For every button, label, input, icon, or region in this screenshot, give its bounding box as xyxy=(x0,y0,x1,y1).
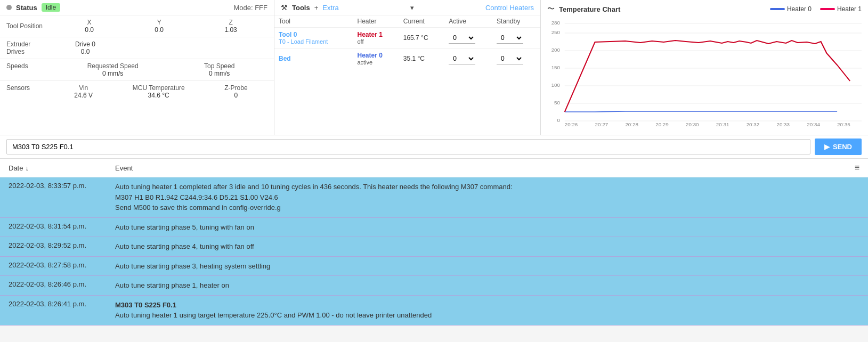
standby-select[interactable]: 0 50 100 xyxy=(497,53,523,64)
standby-select[interactable]: 0 50 100 xyxy=(497,32,523,44)
tools-panel: ⚒ Tools + Extra ▾ Control Heaters Tool H… xyxy=(274,0,541,135)
current-value: 165.7 °C xyxy=(403,34,428,42)
y-axis-label: Y xyxy=(155,19,164,26)
log-row-event: Auto tune starting phase 4, tuning with … xyxy=(115,241,859,252)
zprobe-header: Z-Probe xyxy=(224,84,247,92)
log-row-1: 2022-02-03, 8:31:54 p.m. Auto tune start… xyxy=(0,218,868,238)
vin-header: Vin xyxy=(74,84,93,92)
heater-name: Heater 0 xyxy=(357,52,394,59)
sensors-section: Sensors Vin 24.6 V MCU Temperature 34.6 … xyxy=(0,81,274,102)
plus-label: + xyxy=(314,4,319,12)
col-active-header: Active xyxy=(444,15,492,28)
log-row-event: Auto tune starting phase 5, tuning with … xyxy=(115,222,859,233)
active-cell: 0 50 100 150 200 225 xyxy=(444,48,492,69)
z-axis-value: 1.03 xyxy=(224,26,237,34)
log-rows-container: 2022-02-03, 8:33:57 p.m. Auto tuning hea… xyxy=(0,177,868,325)
svg-text:100: 100 xyxy=(551,82,560,88)
active-select[interactable]: 0 50 100 150 200 225 xyxy=(449,32,475,44)
tools-icon: ⚒ xyxy=(281,3,288,12)
log-event-line-0: Auto tune starting phase 3, heating syst… xyxy=(115,261,859,272)
mcu-temp-value: 34.6 °C xyxy=(133,92,185,99)
col-heater-header: Heater xyxy=(353,15,399,28)
tool-sub[interactable]: T0 - Load Filament xyxy=(279,38,348,45)
chart-legend: Heater 0 Heater 1 xyxy=(770,5,862,13)
svg-text:20:28: 20:28 xyxy=(625,121,638,127)
svg-text:200: 200 xyxy=(551,47,560,53)
control-heaters-link[interactable]: Control Heaters xyxy=(485,4,534,12)
y-axis-value: 0.0 xyxy=(155,26,164,34)
col-current-header: Current xyxy=(399,15,445,28)
svg-text:20:30: 20:30 xyxy=(686,121,699,127)
tool-position-section: Tool Position X 0.0 Y 0.0 Z 1.03 xyxy=(0,15,274,37)
log-event-header: Event xyxy=(115,164,855,172)
log-event-text: Auto tuning heater 1 using target temper… xyxy=(115,310,859,321)
drive-label: Drive 0 xyxy=(59,40,112,48)
log-row-date: 2022-02-03, 8:31:54 p.m. xyxy=(9,222,115,233)
log-row-date: 2022-02-03, 8:27:58 p.m. xyxy=(9,261,115,272)
x-axis-value: 0.0 xyxy=(85,26,94,34)
mcu-temp-header: MCU Temperature xyxy=(133,84,185,92)
heater-name: Heater 1 xyxy=(357,31,394,38)
log-event-bold: M303 T0 S225 F0.1 xyxy=(115,300,859,311)
tool-name-cell: Tool 0 T0 - Load Filament xyxy=(274,28,353,48)
tool-row-0: Tool 0 T0 - Load Filament Heater 1 off 1… xyxy=(274,28,540,48)
tools-title: Tools xyxy=(292,4,310,12)
z-axis-label: Z xyxy=(224,19,237,26)
top-speed-header: Top Speed xyxy=(204,62,234,70)
heater-status: off xyxy=(357,38,394,45)
heater-name-cell: Heater 1 off xyxy=(353,28,399,48)
log-section: Date ↓ Event ≡ 2022-02-03, 8:33:57 p.m. … xyxy=(0,159,868,325)
status-label: Status xyxy=(16,4,37,12)
svg-text:280: 280 xyxy=(551,20,560,26)
sort-down-icon[interactable]: ↓ xyxy=(25,164,29,172)
requested-speed-header: Requested Speed xyxy=(87,62,139,70)
log-date-header: Date ↓ xyxy=(9,164,115,172)
heater-status: active xyxy=(357,59,394,66)
log-event-line-0: Auto tune starting phase 5, tuning with … xyxy=(115,222,859,233)
log-event-line-2: Send M500 to save this command in config… xyxy=(115,202,859,213)
tool-row-1: Bed Heater 0 active 35.1 °C 0 50 100 150… xyxy=(274,48,540,69)
chart-panel: 〜 Temperature Chart Heater 0 Heater 1 .g… xyxy=(541,0,868,135)
col-standby-header: Standby xyxy=(492,15,540,28)
legend-heater1-label: Heater 1 xyxy=(837,5,862,13)
log-header-row: Date ↓ Event ≡ xyxy=(0,159,868,177)
status-header: Status Idle Mode: FFF xyxy=(0,0,274,15)
extruder-label: ExtruderDrives xyxy=(6,40,54,55)
speeds-section: Speeds Requested Speed 0 mm/s Top Speed … xyxy=(0,59,274,81)
log-row-event: Auto tune starting phase 3, heating syst… xyxy=(115,261,859,272)
status-dot-icon xyxy=(6,5,12,10)
svg-text:20:33: 20:33 xyxy=(776,121,790,127)
dropdown-arrow-icon: ▾ xyxy=(410,4,414,12)
legend-heater0-color xyxy=(770,8,785,10)
log-row-event: Auto tune starting phase 1, heater on xyxy=(115,280,859,291)
current-cell: 165.7 °C xyxy=(399,28,445,48)
log-row-2: 2022-02-03, 8:29:52 p.m. Auto tune start… xyxy=(0,237,868,257)
tools-table: Tool Heater Current Active Standby Tool … xyxy=(274,15,540,69)
log-menu-icon[interactable]: ≡ xyxy=(855,163,859,173)
svg-text:20:27: 20:27 xyxy=(595,121,609,127)
extra-link[interactable]: Extra xyxy=(322,4,338,12)
log-event-line-0: Auto tune starting phase 1, heater on xyxy=(115,280,859,291)
active-select[interactable]: 0 50 100 150 200 225 xyxy=(449,53,475,64)
log-row-date: 2022-02-03, 8:26:46 p.m. xyxy=(9,280,115,291)
command-input[interactable] xyxy=(6,139,810,154)
log-event-line-0: Auto tuning heater 1 completed after 3 i… xyxy=(115,182,859,192)
send-label: SEND xyxy=(833,143,852,151)
log-row-event: Auto tuning heater 1 completed after 3 i… xyxy=(115,182,859,213)
legend-heater1-color xyxy=(820,8,835,10)
idle-badge: Idle xyxy=(42,3,60,12)
log-event-line-1: M307 H1 B0 R1.942 C244.9:34.6 D5.21 S1.0… xyxy=(115,192,859,203)
extruder-section: ExtruderDrives Drive 0 0.0 xyxy=(0,37,274,59)
drive-value: 0.0 xyxy=(59,48,112,55)
legend-heater0: Heater 0 xyxy=(770,5,812,13)
log-row-date: 2022-02-03, 8:29:52 p.m. xyxy=(9,241,115,252)
send-button[interactable]: ▶ SEND xyxy=(815,139,862,155)
command-bar: ▶ SEND xyxy=(0,135,868,159)
tool-name-cell: Bed xyxy=(274,48,353,69)
col-tool-header: Tool xyxy=(274,15,353,28)
speeds-label: Speeds xyxy=(6,62,54,77)
chart-header: 〜 Temperature Chart Heater 0 Heater 1 xyxy=(547,4,862,14)
x-axis-label: X xyxy=(85,19,94,26)
svg-text:20:31: 20:31 xyxy=(716,121,729,127)
tool-name[interactable]: Tool 0 xyxy=(279,31,348,38)
